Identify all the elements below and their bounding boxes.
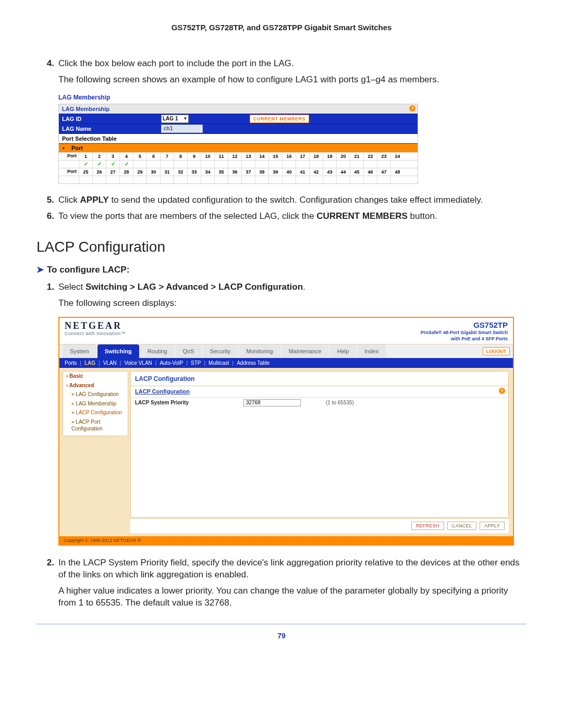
port-checkbox[interactable] <box>323 176 336 183</box>
tab-monitoring[interactable]: Monitoring <box>239 344 280 358</box>
sidenav-item-lacp-configuration[interactable]: » LACP Configuration <box>63 408 128 417</box>
subnav-lag[interactable]: LAG <box>84 360 95 367</box>
subnav-auto-voip[interactable]: Auto-VoIP <box>160 360 183 367</box>
lacp-configuration-heading: LACP Configuration <box>36 237 527 257</box>
lacp-priority-input[interactable] <box>243 399 301 406</box>
port-checkbox[interactable] <box>268 161 282 168</box>
port-checkbox[interactable] <box>296 176 309 183</box>
port-checkbox[interactable] <box>336 161 350 168</box>
port-checkbox[interactable] <box>201 176 214 183</box>
subnav-voice-vlan[interactable]: Voice VLAN <box>124 360 152 367</box>
port-checkbox[interactable] <box>146 161 160 168</box>
port-checkbox[interactable]: ✓ <box>106 161 119 168</box>
port-checkbox[interactable] <box>268 176 282 183</box>
port-checkbox[interactable] <box>228 176 241 183</box>
port-number: 28 <box>119 168 133 176</box>
help-icon[interactable]: ? <box>409 105 415 112</box>
port-checkbox[interactable] <box>119 176 133 183</box>
port-checkbox[interactable] <box>241 161 255 168</box>
port-checkbox[interactable] <box>255 161 268 168</box>
port-number: 25 <box>79 168 92 176</box>
port-number: 34 <box>201 168 214 176</box>
current-members-button[interactable]: CURRENT MEMBERS <box>250 115 309 123</box>
port-checkbox[interactable] <box>390 176 404 183</box>
task-line: ➤To configure LACP: <box>36 264 527 276</box>
subnav-stp[interactable]: STP <box>191 360 201 367</box>
tab-security[interactable]: Security <box>203 344 238 358</box>
port-number: 31 <box>160 168 174 176</box>
port-number: 40 <box>282 168 296 176</box>
port-checkbox[interactable] <box>146 176 160 183</box>
port-checkbox[interactable] <box>282 161 296 168</box>
port-checkbox[interactable] <box>323 161 336 168</box>
port-checkbox[interactable] <box>350 176 363 183</box>
port-checkbox[interactable] <box>390 161 404 168</box>
apply-button[interactable]: APPLY <box>480 522 505 530</box>
port-checkbox[interactable] <box>201 161 214 168</box>
refresh-button[interactable]: REFRESH <box>411 522 444 530</box>
chevron-down-icon: ▼ <box>183 116 187 122</box>
port-checkbox[interactable] <box>106 176 119 183</box>
tab-help[interactable]: Help <box>330 344 357 358</box>
expand-icon[interactable]: • <box>59 144 68 152</box>
port-checkbox[interactable] <box>241 176 255 183</box>
port-checkbox[interactable] <box>309 161 323 168</box>
port-number: 27 <box>106 168 119 176</box>
cancel-button[interactable]: CANCEL <box>447 522 476 530</box>
port-checkbox[interactable] <box>350 161 363 168</box>
lag-name-input[interactable]: ch1 <box>161 125 203 133</box>
port-checkbox[interactable] <box>336 176 350 183</box>
port-checkbox[interactable] <box>363 176 377 183</box>
tab-index[interactable]: Index <box>357 344 386 358</box>
port-checkbox[interactable] <box>160 161 174 168</box>
subnav-vlan[interactable]: VLAN <box>103 360 117 367</box>
port-checkbox[interactable] <box>228 161 241 168</box>
port-checkbox[interactable] <box>133 161 146 168</box>
port-checkbox[interactable] <box>160 176 174 183</box>
port-checkbox[interactable] <box>255 176 268 183</box>
step-4-text: Click the box below each port to include… <box>58 58 527 70</box>
tab-maintenance[interactable]: Maintenance <box>282 344 329 358</box>
sidenav-basic[interactable]: Basic <box>63 372 128 381</box>
port-checkbox[interactable] <box>309 176 323 183</box>
lacp-step-2-note: A higher value indicates a lower priorit… <box>58 585 527 609</box>
port-number: 1 <box>79 153 92 160</box>
sidenav-item-lag-configuration[interactable]: » LAG Configuration <box>63 390 128 399</box>
port-checkbox[interactable] <box>296 161 309 168</box>
subnav-multicast[interactable]: Multicast <box>209 360 229 367</box>
logout-button[interactable]: LOGOUT <box>483 347 510 355</box>
port-checkbox[interactable] <box>79 176 92 183</box>
port-checkbox[interactable] <box>363 161 377 168</box>
lag-id-select[interactable]: LAG 1▼ <box>161 115 189 123</box>
subnav-address-table[interactable]: Address Table <box>237 360 270 367</box>
port-checkbox[interactable] <box>92 176 106 183</box>
port-checkbox[interactable] <box>187 176 201 183</box>
footer-rule <box>36 624 527 624</box>
port-number: 41 <box>296 168 309 176</box>
port-checkbox[interactable] <box>187 161 201 168</box>
tab-routing[interactable]: Routing <box>140 344 175 358</box>
port-checkbox[interactable] <box>174 176 187 183</box>
port-checkbox[interactable] <box>377 176 390 183</box>
tab-switching[interactable]: Switching <box>97 344 139 358</box>
port-checkbox[interactable]: ✓ <box>119 161 133 168</box>
port-checkbox[interactable] <box>174 161 187 168</box>
sidenav-item-lag-membership[interactable]: » LAG Membership <box>63 399 128 409</box>
tab-qos[interactable]: QoS <box>176 344 202 358</box>
port-checkbox[interactable] <box>214 161 228 168</box>
help-icon[interactable]: ? <box>499 388 505 394</box>
port-checkbox[interactable] <box>282 176 296 183</box>
port-checkbox[interactable] <box>133 176 146 183</box>
port-checkbox[interactable] <box>377 161 390 168</box>
port-checkbox[interactable] <box>214 176 228 183</box>
sidenav-advanced[interactable]: Advanced <box>63 381 128 390</box>
sidenav-item-lacp-port-configuration[interactable]: » LACP Port Configuration <box>63 417 128 434</box>
port-checkbox[interactable]: ✓ <box>79 161 92 168</box>
model-name: GS752TP <box>421 321 508 329</box>
port-checkbox[interactable]: ✓ <box>92 161 106 168</box>
subnav-ports[interactable]: Ports <box>65 360 77 367</box>
tab-system[interactable]: System <box>63 344 96 358</box>
port-number: 6 <box>146 153 160 160</box>
lag-membership-title: LAG Membership <box>58 93 418 102</box>
port-number: 9 <box>187 153 201 160</box>
